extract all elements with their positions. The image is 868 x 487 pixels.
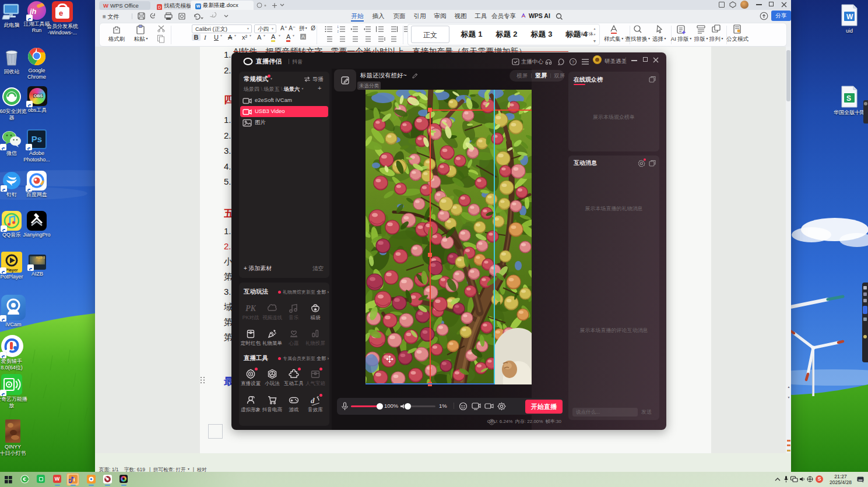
svg-text:PK: PK [245,304,256,313]
svg-text:1: 1 [338,25,339,29]
svg-text:S: S [846,94,851,103]
svg-text:?: ? [572,59,575,65]
svg-text:d: d [311,396,315,405]
svg-text:2: 2 [338,30,339,33]
svg-text:W: W [846,13,853,21]
